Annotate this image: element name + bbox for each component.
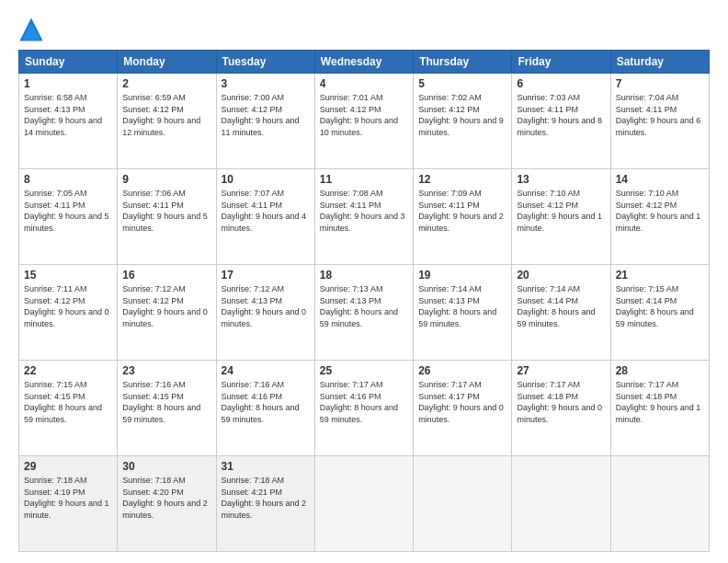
day-number: 2 — [122, 77, 210, 90]
header-day-sunday: Sunday — [19, 51, 118, 74]
day-number: 20 — [517, 269, 605, 282]
cell-text: Sunrise: 7:10 AMSunset: 4:12 PMDaylight:… — [616, 189, 701, 233]
header-day-thursday: Thursday — [414, 51, 512, 74]
day-number: 22 — [24, 364, 112, 377]
logo — [18, 17, 48, 42]
calendar-cell: 22 Sunrise: 7:15 AMSunset: 4:15 PMDaylig… — [19, 361, 118, 456]
day-number: 7 — [616, 77, 704, 90]
calendar-cell: 20 Sunrise: 7:14 AMSunset: 4:14 PMDaylig… — [512, 265, 610, 361]
cell-text: Sunrise: 7:00 AMSunset: 4:12 PMDaylight:… — [222, 93, 300, 137]
day-number: 31 — [222, 460, 310, 473]
header-day-wednesday: Wednesday — [314, 51, 413, 74]
week-row-2: 8 Sunrise: 7:05 AMSunset: 4:11 PMDayligh… — [19, 169, 710, 265]
cell-text: Sunrise: 7:15 AMSunset: 4:15 PMDaylight:… — [24, 380, 102, 424]
day-number: 19 — [418, 269, 506, 282]
header-day-saturday: Saturday — [610, 51, 709, 74]
calendar-body: 1 Sunrise: 6:58 AMSunset: 4:13 PMDayligh… — [19, 74, 710, 552]
day-number: 23 — [122, 364, 210, 377]
day-number: 15 — [24, 269, 112, 282]
calendar-cell: 11 Sunrise: 7:08 AMSunset: 4:11 PMDaylig… — [314, 169, 413, 265]
cell-text: Sunrise: 7:15 AMSunset: 4:14 PMDaylight:… — [616, 284, 694, 328]
calendar-cell: 29 Sunrise: 7:18 AMSunset: 4:19 PMDaylig… — [19, 456, 118, 552]
cell-text: Sunrise: 7:17 AMSunset: 4:17 PMDaylight:… — [418, 380, 504, 424]
calendar-table: SundayMondayTuesdayWednesdayThursdayFrid… — [18, 50, 710, 552]
cell-text: Sunrise: 7:18 AMSunset: 4:19 PMDaylight:… — [24, 476, 109, 520]
calendar-cell — [414, 456, 512, 552]
day-number: 6 — [517, 77, 605, 90]
day-number: 18 — [320, 269, 408, 282]
day-number: 4 — [320, 77, 408, 90]
calendar-cell: 23 Sunrise: 7:16 AMSunset: 4:15 PMDaylig… — [118, 361, 216, 456]
cell-text: Sunrise: 7:18 AMSunset: 4:20 PMDaylight:… — [122, 476, 208, 520]
header-day-tuesday: Tuesday — [216, 51, 314, 74]
cell-text: Sunrise: 7:02 AMSunset: 4:12 PMDaylight:… — [418, 93, 504, 137]
calendar-cell: 16 Sunrise: 7:12 AMSunset: 4:12 PMDaylig… — [118, 265, 216, 361]
day-number: 3 — [222, 77, 310, 90]
cell-text: Sunrise: 6:59 AMSunset: 4:12 PMDaylight:… — [122, 93, 200, 137]
day-number: 17 — [222, 269, 310, 282]
week-row-1: 1 Sunrise: 6:58 AMSunset: 4:13 PMDayligh… — [19, 74, 710, 169]
cell-text: Sunrise: 7:17 AMSunset: 4:18 PMDaylight:… — [616, 380, 701, 424]
calendar-cell: 18 Sunrise: 7:13 AMSunset: 4:13 PMDaylig… — [314, 265, 413, 361]
calendar-cell: 3 Sunrise: 7:00 AMSunset: 4:12 PMDayligh… — [216, 74, 314, 169]
calendar-cell: 1 Sunrise: 6:58 AMSunset: 4:13 PMDayligh… — [19, 74, 118, 169]
calendar-cell — [512, 456, 610, 552]
calendar-cell: 6 Sunrise: 7:03 AMSunset: 4:11 PMDayligh… — [512, 74, 610, 169]
cell-text: Sunrise: 7:17 AMSunset: 4:18 PMDaylight:… — [517, 380, 602, 424]
week-row-5: 29 Sunrise: 7:18 AMSunset: 4:19 PMDaylig… — [19, 456, 710, 552]
day-number: 1 — [24, 77, 112, 90]
calendar-cell: 21 Sunrise: 7:15 AMSunset: 4:14 PMDaylig… — [610, 265, 709, 361]
calendar-cell: 10 Sunrise: 7:07 AMSunset: 4:11 PMDaylig… — [216, 169, 314, 265]
cell-text: Sunrise: 7:17 AMSunset: 4:16 PMDaylight:… — [320, 380, 398, 424]
day-number: 27 — [517, 364, 605, 377]
day-number: 13 — [517, 173, 605, 186]
cell-text: Sunrise: 6:58 AMSunset: 4:13 PMDaylight:… — [24, 93, 102, 137]
cell-text: Sunrise: 7:01 AMSunset: 4:12 PMDaylight:… — [320, 93, 398, 137]
cell-text: Sunrise: 7:05 AMSunset: 4:11 PMDaylight:… — [24, 189, 109, 233]
header-day-friday: Friday — [512, 51, 610, 74]
day-number: 5 — [418, 77, 506, 90]
calendar-header: SundayMondayTuesdayWednesdayThursdayFrid… — [19, 51, 710, 74]
day-number: 29 — [24, 460, 112, 473]
calendar-cell: 30 Sunrise: 7:18 AMSunset: 4:20 PMDaylig… — [118, 456, 216, 552]
calendar-cell: 27 Sunrise: 7:17 AMSunset: 4:18 PMDaylig… — [512, 361, 610, 456]
cell-text: Sunrise: 7:09 AMSunset: 4:11 PMDaylight:… — [418, 189, 504, 233]
calendar-cell: 8 Sunrise: 7:05 AMSunset: 4:11 PMDayligh… — [19, 169, 118, 265]
calendar-cell: 5 Sunrise: 7:02 AMSunset: 4:12 PMDayligh… — [414, 74, 512, 169]
day-number: 28 — [616, 364, 704, 377]
header-day-monday: Monday — [118, 51, 216, 74]
calendar-cell: 28 Sunrise: 7:17 AMSunset: 4:18 PMDaylig… — [610, 361, 709, 456]
logo-icon — [18, 17, 44, 42]
calendar-cell: 2 Sunrise: 6:59 AMSunset: 4:12 PMDayligh… — [118, 74, 216, 169]
calendar-cell — [610, 456, 709, 552]
day-number: 30 — [122, 460, 210, 473]
cell-text: Sunrise: 7:11 AMSunset: 4:12 PMDaylight:… — [24, 284, 109, 328]
header — [18, 17, 710, 42]
day-number: 24 — [222, 364, 310, 377]
cell-text: Sunrise: 7:04 AMSunset: 4:11 PMDaylight:… — [616, 93, 701, 137]
calendar-cell: 4 Sunrise: 7:01 AMSunset: 4:12 PMDayligh… — [314, 74, 413, 169]
calendar-cell: 14 Sunrise: 7:10 AMSunset: 4:12 PMDaylig… — [610, 169, 709, 265]
cell-text: Sunrise: 7:16 AMSunset: 4:16 PMDaylight:… — [222, 380, 300, 424]
cell-text: Sunrise: 7:12 AMSunset: 4:13 PMDaylight:… — [222, 284, 307, 328]
calendar-cell: 9 Sunrise: 7:06 AMSunset: 4:11 PMDayligh… — [118, 169, 216, 265]
calendar-cell — [314, 456, 413, 552]
week-row-4: 22 Sunrise: 7:15 AMSunset: 4:15 PMDaylig… — [19, 361, 710, 456]
cell-text: Sunrise: 7:13 AMSunset: 4:13 PMDaylight:… — [320, 284, 398, 328]
calendar-cell: 19 Sunrise: 7:14 AMSunset: 4:13 PMDaylig… — [414, 265, 512, 361]
cell-text: Sunrise: 7:07 AMSunset: 4:11 PMDaylight:… — [222, 189, 307, 233]
calendar-cell: 13 Sunrise: 7:10 AMSunset: 4:12 PMDaylig… — [512, 169, 610, 265]
day-number: 11 — [320, 173, 408, 186]
day-number: 26 — [418, 364, 506, 377]
calendar-cell: 17 Sunrise: 7:12 AMSunset: 4:13 PMDaylig… — [216, 265, 314, 361]
day-number: 16 — [122, 269, 210, 282]
week-row-3: 15 Sunrise: 7:11 AMSunset: 4:12 PMDaylig… — [19, 265, 710, 361]
calendar-cell: 15 Sunrise: 7:11 AMSunset: 4:12 PMDaylig… — [19, 265, 118, 361]
cell-text: Sunrise: 7:14 AMSunset: 4:13 PMDaylight:… — [418, 284, 496, 328]
header-row: SundayMondayTuesdayWednesdayThursdayFrid… — [19, 51, 710, 74]
day-number: 9 — [122, 173, 210, 186]
day-number: 25 — [320, 364, 408, 377]
cell-text: Sunrise: 7:03 AMSunset: 4:11 PMDaylight:… — [517, 93, 602, 137]
calendar-cell: 25 Sunrise: 7:17 AMSunset: 4:16 PMDaylig… — [314, 361, 413, 456]
calendar-cell: 26 Sunrise: 7:17 AMSunset: 4:17 PMDaylig… — [414, 361, 512, 456]
